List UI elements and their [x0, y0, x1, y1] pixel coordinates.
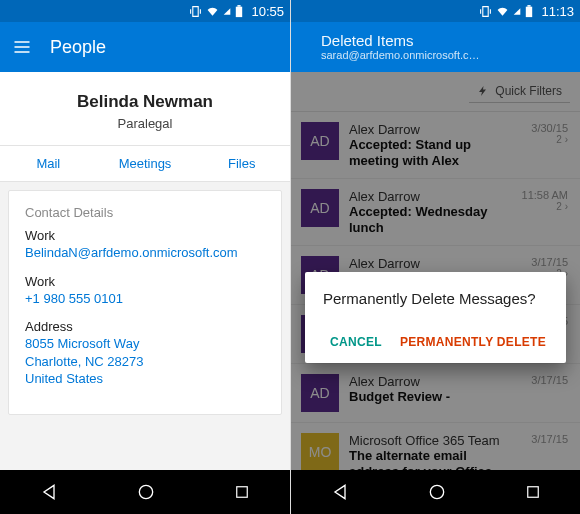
- svg-rect-4: [526, 6, 532, 16]
- contact-role: Paralegal: [0, 116, 290, 131]
- app-bar: People: [0, 22, 290, 72]
- mail-date: 3/30/152 ›: [531, 122, 568, 145]
- avatar: MO: [301, 433, 339, 470]
- mail-subject: Accepted: Stand up meeting with Alex: [349, 137, 517, 168]
- field-work-phone: Work +1 980 555 0101: [25, 274, 265, 308]
- email-label: Work: [25, 228, 265, 243]
- mail-date: 3/17/15: [531, 374, 568, 386]
- hamburger-icon[interactable]: [12, 37, 32, 57]
- contact-name: Belinda Newman: [0, 92, 290, 112]
- avatar: AD: [301, 189, 339, 227]
- signal-icon: [223, 5, 231, 18]
- avatar: AD: [301, 122, 339, 160]
- delete-dialog: Permanently Delete Messages? CANCEL PERM…: [305, 272, 566, 363]
- phone-value[interactable]: +1 980 555 0101: [25, 290, 265, 308]
- status-bar: 10:55: [0, 0, 290, 22]
- mail-item[interactable]: MOMicrosoft Office 365 TeamThe alternate…: [291, 423, 580, 470]
- appbar-title: People: [50, 37, 106, 58]
- cancel-button[interactable]: CANCEL: [328, 329, 384, 355]
- home-icon[interactable]: [427, 482, 447, 502]
- svg-point-2: [139, 485, 152, 498]
- mail-body: Alex Darrow: [349, 256, 517, 271]
- mail-from: Alex Darrow: [349, 256, 517, 271]
- mail-body: Alex DarrowBudget Review -: [349, 374, 517, 405]
- mail-body: Microsoft Office 365 TeamThe alternate e…: [349, 433, 517, 470]
- tab-meetings[interactable]: Meetings: [97, 146, 194, 181]
- svg-point-12: [430, 485, 443, 498]
- phone-people: 10:55 People Belinda Newman Paralegal Ma…: [0, 0, 290, 514]
- android-nav-bar: [291, 470, 580, 514]
- svg-rect-5: [528, 5, 531, 7]
- vibrate-icon: [479, 5, 492, 18]
- mail-body: Alex DarrowAccepted: Wednesday lunch: [349, 189, 508, 235]
- mail-item[interactable]: ADAlex DarrowAccepted: Wednesday lunch11…: [291, 179, 580, 246]
- mail-from: Alex Darrow: [349, 374, 517, 389]
- email-value[interactable]: BelindaN@arfdemo.onmicrosoft.com: [25, 244, 265, 262]
- back-icon[interactable]: [39, 482, 59, 502]
- mail-from: Microsoft Office 365 Team: [349, 433, 517, 448]
- svg-rect-1: [238, 5, 241, 7]
- mail-item[interactable]: ADAlex DarrowBudget Review -3/17/15: [291, 364, 580, 423]
- home-icon[interactable]: [136, 482, 156, 502]
- mail-from: Alex Darrow: [349, 122, 517, 137]
- mail-date: 3/17/15: [531, 433, 568, 445]
- quick-filters-button[interactable]: Quick Filters: [469, 80, 570, 103]
- address-value[interactable]: 8055 Microsoft Way Charlotte, NC 28273 U…: [25, 335, 265, 388]
- mail-body: Alex DarrowAccepted: Stand up meeting wi…: [349, 122, 517, 168]
- phone-delete-dialog: 11:13 Deleted Items sarad@arfdemo.onmicr…: [290, 0, 580, 514]
- signal-icon: [513, 5, 521, 18]
- svg-rect-0: [236, 6, 242, 16]
- vibrate-icon: [189, 5, 202, 18]
- wifi-icon: [206, 5, 219, 18]
- status-time: 10:55: [251, 4, 284, 19]
- battery-icon: [235, 5, 243, 18]
- svg-rect-3: [237, 487, 248, 498]
- wifi-icon: [496, 5, 509, 18]
- app-bar: Deleted Items sarad@arfdemo.onmicrosoft.…: [291, 22, 580, 72]
- contact-details-content: Contact Details Work BelindaN@arfdemo.on…: [0, 182, 290, 470]
- account-email: sarad@arfdemo.onmicrosoft.c…: [321, 49, 480, 62]
- appbar-subtitle: Deleted Items sarad@arfdemo.onmicrosoft.…: [321, 32, 480, 62]
- field-work-email: Work BelindaN@arfdemo.onmicrosoft.com: [25, 228, 265, 262]
- svg-rect-13: [527, 487, 538, 498]
- mail-item[interactable]: ADAlex DarrowAccepted: Stand up meeting …: [291, 112, 580, 179]
- mail-subject: The alternate email address for your Off…: [349, 448, 517, 470]
- mail-subject: Budget Review -: [349, 389, 517, 405]
- recents-icon[interactable]: [233, 483, 251, 501]
- folder-name: Deleted Items: [321, 32, 480, 49]
- mail-from: Alex Darrow: [349, 189, 508, 204]
- phone-label: Work: [25, 274, 265, 289]
- field-address: Address 8055 Microsoft Way Charlotte, NC…: [25, 319, 265, 388]
- mail-subject: Accepted: Wednesday lunch: [349, 204, 508, 235]
- mail-date: 11:58 AM2 ›: [522, 189, 568, 212]
- avatar: AD: [301, 374, 339, 412]
- address-label: Address: [25, 319, 265, 334]
- filters-row: Quick Filters: [291, 72, 580, 112]
- dialog-actions: CANCEL PERMANENTLY DELETE: [323, 329, 548, 355]
- battery-icon: [525, 5, 533, 18]
- status-bar: 11:13: [291, 0, 580, 22]
- tab-files[interactable]: Files: [193, 146, 290, 181]
- contact-details-card: Contact Details Work BelindaN@arfdemo.on…: [8, 190, 282, 415]
- recents-icon[interactable]: [524, 483, 542, 501]
- status-time: 11:13: [541, 4, 574, 19]
- tab-mail[interactable]: Mail: [0, 146, 97, 181]
- details-section-title: Contact Details: [25, 205, 265, 220]
- permanently-delete-button[interactable]: PERMANENTLY DELETE: [398, 329, 548, 355]
- dialog-message: Permanently Delete Messages?: [323, 290, 548, 307]
- lightning-icon: [477, 85, 489, 97]
- android-nav-bar: [0, 470, 290, 514]
- contact-header: Belinda Newman Paralegal: [0, 72, 290, 146]
- back-icon[interactable]: [330, 482, 350, 502]
- mail-list: Quick Filters ADAlex DarrowAccepted: Sta…: [291, 72, 580, 470]
- tab-bar: Mail Meetings Files: [0, 146, 290, 182]
